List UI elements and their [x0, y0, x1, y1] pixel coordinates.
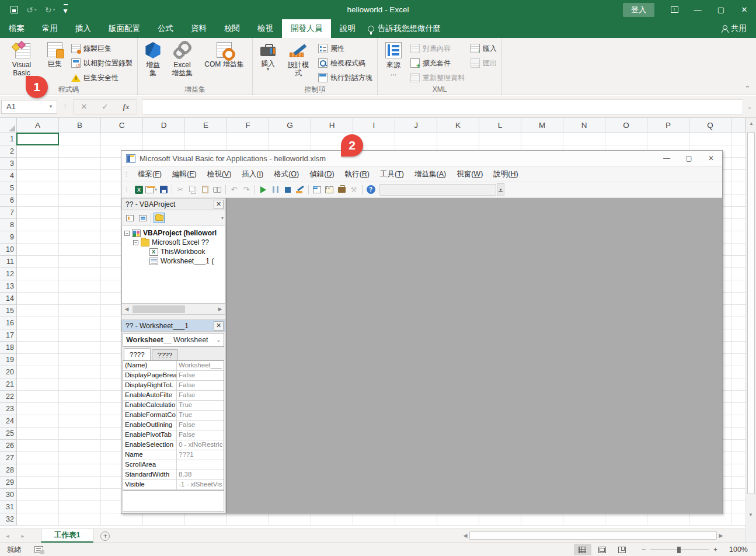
design-mode-button[interactable]: 設計模式	[282, 40, 315, 85]
row-header-21[interactable]: 21	[0, 378, 17, 391]
row-header-19[interactable]: 19	[0, 354, 17, 366]
row-header-12[interactable]: 12	[0, 268, 17, 280]
toolbar-overflow-icon[interactable]: ▾	[497, 183, 504, 196]
vba-code-area[interactable]	[226, 198, 722, 513]
project-horizontal-scrollbar[interactable]: ◀ ▶	[121, 304, 225, 315]
tree-node-3[interactable]: Worksheet___1 (	[122, 256, 225, 266]
source-button[interactable]: 來源 ...	[380, 40, 407, 85]
object-browser-icon[interactable]	[336, 184, 347, 196]
row-header-8[interactable]: 8	[0, 219, 17, 231]
vertical-scrollbar[interactable]: ▲	[745, 118, 756, 520]
property-value[interactable]: False	[177, 421, 224, 430]
property-value[interactable]: Worksheet___	[177, 361, 224, 370]
close-icon[interactable]: ✕	[214, 321, 224, 331]
row-header-22[interactable]: 22	[0, 391, 17, 403]
properties-window-icon[interactable]	[323, 184, 335, 196]
com-addins-button[interactable]: COM 增益集	[198, 40, 250, 85]
row-header-7[interactable]: 7	[0, 207, 17, 219]
ribbon-tab-3[interactable]: 版面配置	[100, 19, 149, 38]
vba-maximize-button[interactable]: ▢	[678, 151, 700, 166]
page-layout-view-button[interactable]	[594, 544, 611, 555]
vba-menu-2[interactable]: 檢視(V)	[202, 167, 237, 182]
vba-editor-window[interactable]: Microsoft Visual Basic for Applications …	[121, 150, 723, 514]
page-break-view-button[interactable]	[614, 544, 631, 555]
macro-security-button[interactable]: 巨集安全性	[69, 71, 135, 84]
column-header-L[interactable]: L	[479, 118, 521, 133]
tree-node-0[interactable]: −VBAProject (helloworl	[122, 228, 225, 238]
vba-menu-9[interactable]: 視窗(W)	[451, 167, 488, 182]
macros-button[interactable]: 巨集	[42, 40, 68, 85]
properties-button[interactable]: 屬性	[316, 42, 375, 55]
column-header-J[interactable]: J	[395, 118, 437, 133]
collapse-icon[interactable]: −	[133, 240, 138, 245]
ribbon-tab-2[interactable]: 插入	[67, 19, 100, 38]
maximize-button[interactable]: ▢	[709, 0, 733, 19]
help-icon[interactable]: ?	[365, 184, 377, 196]
property-row[interactable]: EnableSelection0 - xlNoRestric	[123, 440, 224, 450]
ribbon-tab-8[interactable]: 開發人員	[282, 19, 331, 38]
view-code-icon[interactable]	[124, 213, 135, 223]
toolbar-combo[interactable]	[379, 184, 496, 196]
scroll-right-icon[interactable]: ▶	[717, 533, 725, 538]
panel-overflow-icon[interactable]: ▾	[221, 216, 224, 221]
row-header-23[interactable]: 23	[0, 403, 17, 415]
formula-input[interactable]	[142, 99, 743, 114]
property-row[interactable]: Visible-1 - xlSheetVis	[123, 480, 224, 490]
property-value[interactable]: False	[177, 430, 224, 440]
save-icon[interactable]	[158, 184, 169, 196]
vba-close-button[interactable]: ✕	[700, 151, 722, 166]
row-header-25[interactable]: 25	[0, 428, 17, 440]
row-header-28[interactable]: 28	[0, 464, 17, 477]
reset-icon[interactable]	[282, 184, 294, 196]
column-header-K[interactable]: K	[437, 118, 479, 133]
property-value[interactable]: 8.38	[177, 470, 224, 479]
chevron-down-icon[interactable]: ▼	[48, 104, 57, 109]
vba-menu-5[interactable]: 偵錯(D)	[304, 167, 339, 182]
close-icon[interactable]: ✕	[214, 200, 224, 209]
column-header-I[interactable]: I	[353, 118, 395, 133]
vba-menu-4[interactable]: 格式(O)	[269, 167, 304, 182]
tree-node-2[interactable]: ThisWorkbook	[122, 247, 225, 256]
property-row[interactable]: EnableOutliningFalse	[123, 421, 224, 430]
select-all-corner[interactable]	[0, 118, 17, 133]
previous-sheet-icon[interactable]: ◂	[0, 529, 15, 543]
vba-title-bar[interactable]: Microsoft Visual Basic for Applications …	[121, 151, 722, 166]
excel-addins-button[interactable]: Excel 增益集	[167, 40, 197, 85]
close-button[interactable]: ✕	[733, 0, 756, 19]
properties-panel-header[interactable]: ?? - Worksheet___1 ✕	[121, 319, 225, 332]
property-value[interactable]: ???1	[177, 450, 224, 460]
row-header-27[interactable]: 27	[0, 452, 17, 464]
row-header-4[interactable]: 4	[0, 170, 17, 182]
expansion-packs-button[interactable]: 擴充套件	[408, 57, 467, 70]
column-header-C[interactable]: C	[101, 118, 143, 133]
zoom-out-icon[interactable]: −	[642, 545, 646, 554]
column-header-A[interactable]: A	[17, 118, 59, 133]
row-header-18[interactable]: 18	[0, 342, 17, 354]
row-header-13[interactable]: 13	[0, 280, 17, 293]
property-value[interactable]: True	[177, 401, 224, 410]
column-header-B[interactable]: B	[59, 118, 101, 133]
vba-menu-10[interactable]: 說明(H)	[488, 167, 523, 182]
scroll-down-icon[interactable]: ▼	[745, 509, 756, 520]
row-header-16[interactable]: 16	[0, 317, 17, 329]
property-row[interactable]: DisplayRightToLFalse	[123, 381, 224, 391]
column-header-M[interactable]: M	[521, 118, 563, 133]
project-explorer-icon[interactable]	[311, 184, 323, 196]
zoom-slider-thumb[interactable]	[677, 547, 681, 553]
ribbon-tab-6[interactable]: 校閱	[215, 19, 249, 38]
row-header-15[interactable]: 15	[0, 305, 17, 317]
zoom-slider[interactable]	[650, 550, 709, 550]
column-header-D[interactable]: D	[143, 118, 185, 133]
horizontal-scroll-thumb[interactable]	[133, 305, 185, 313]
ribbon-tab-7[interactable]: 檢視	[249, 19, 282, 38]
enter-icon[interactable]: ✓	[95, 100, 116, 114]
import-button[interactable]: 匯入	[468, 42, 499, 55]
ribbon-tab-4[interactable]: 公式	[149, 19, 182, 38]
scroll-left-icon[interactable]: ◀	[461, 533, 469, 538]
minimize-button[interactable]: —	[686, 0, 709, 19]
column-header-Q[interactable]: Q	[689, 118, 731, 133]
column-header-E[interactable]: E	[185, 118, 227, 133]
row-header-10[interactable]: 10	[0, 244, 17, 256]
row-header-2[interactable]: 2	[0, 145, 17, 158]
ribbon-display-options-icon[interactable]: ↑	[663, 0, 686, 19]
